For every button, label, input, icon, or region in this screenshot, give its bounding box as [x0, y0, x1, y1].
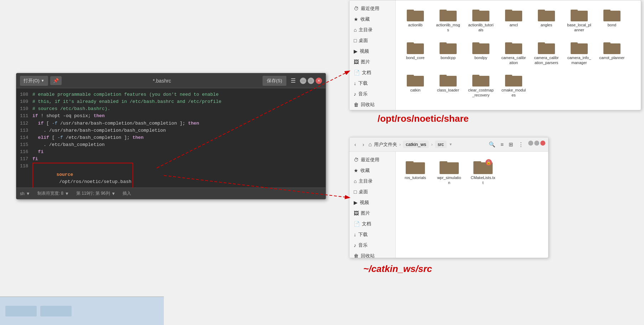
folder-catkin[interactable]: catkin [401, 71, 430, 99]
sidebar-music[interactable]: ♪ 音乐 [349, 89, 395, 99]
bottom-bar-item-2[interactable] [40, 306, 72, 316]
lang-status[interactable]: sh ▼ [20, 191, 30, 196]
sidebar-favorites[interactable]: ★ 收藏 [349, 14, 395, 25]
svg-rect-7 [505, 10, 512, 12]
bottom-sidebar-home[interactable]: ⌂ 主目录 [349, 176, 395, 187]
menu-button[interactable]: ☰ [289, 77, 298, 84]
svg-rect-21 [505, 42, 512, 45]
bottom-sidebar-docs[interactable]: 📄 文档 [349, 219, 395, 229]
bottom-bar [0, 297, 164, 325]
ros-path-label: /opt/ros/noetic/share [378, 113, 469, 124]
bottom-sidebar-recent[interactable]: ⏱ 最近使用 [349, 154, 395, 165]
code-line-109: 109 # this, if it's already enabled in /… [20, 98, 322, 105]
desktop-icon-2: □ [354, 189, 357, 195]
sidebar-video[interactable]: ▶ 视频 [349, 46, 395, 57]
sidebar-downloads[interactable]: ↓ 下载 [349, 78, 395, 89]
folder-amcl[interactable]: amcl [499, 6, 528, 34]
folder-actionlib-msgs[interactable]: actionlib_msgs [434, 6, 462, 34]
clock-icon: ⏱ [354, 6, 359, 11]
folder-bondpy[interactable]: bondpy [467, 38, 495, 67]
bottom-sidebar-trash[interactable]: 🗑 回收站 [349, 251, 395, 258]
code-editor[interactable]: 108 # enable programmable completion fea… [16, 88, 326, 188]
folder-base-local-planner[interactable]: base_local_planner [565, 6, 593, 34]
folder-bondcpp[interactable]: bondcpp [434, 38, 462, 67]
pin-button[interactable]: 📌 [50, 76, 62, 85]
svg-rect-9 [538, 10, 545, 12]
settings-button[interactable]: ⋮ [516, 141, 525, 148]
bottom-sidebar-desktop[interactable]: □ 桌面 [349, 187, 395, 197]
svg-rect-33 [472, 75, 479, 78]
folder-angles[interactable]: angles [532, 6, 561, 34]
bottom-bar-item-1[interactable] [5, 306, 37, 316]
docs-icon-2: 📄 [354, 221, 360, 227]
svg-rect-1 [407, 10, 414, 12]
window-controls: — □ ✕ [300, 78, 322, 84]
file-cmakelists[interactable]: 🔒 CMakeLists.txt [469, 157, 497, 187]
star-icon: ★ [354, 16, 358, 22]
svg-rect-15 [407, 42, 414, 45]
bottom-sidebar-favorites[interactable]: ★ 收藏 [349, 165, 395, 176]
sidebar-other[interactable]: + 其他位置 [349, 110, 395, 110]
folder-actionlib-tutorials[interactable]: actionlib_tutorials [467, 6, 495, 34]
tab-width-status[interactable]: 制表符宽度: 8 ▼ [37, 190, 69, 196]
folder-ros-tutorials[interactable]: ros_tutorials [401, 157, 430, 187]
code-line-108: 108 # enable programmable completion fea… [20, 91, 322, 98]
sidebar-recent[interactable]: ⏱ 最近使用 [349, 3, 395, 14]
code-line-113: 113 . /usr/share/bash-completion/bash_co… [20, 127, 322, 134]
folder-bond[interactable]: bond [598, 6, 626, 34]
bottom-sidebar-video[interactable]: ▶ 视频 [349, 197, 395, 208]
bottom-fm-body: ⏱ 最近使用 ★ 收藏 ⌂ 主目录 □ 桌面 ▶ 视频 🖼 图片 [349, 152, 548, 258]
search-button[interactable]: 🔍 [487, 141, 497, 148]
forward-button[interactable]: › [360, 141, 367, 148]
bottom-fm-header: ‹ › ⌂ 用户文件夹 › catkin_ws › src ▼ 🔍 ≡ ⊞ ⋮ [349, 137, 548, 152]
sidebar-pictures[interactable]: 🖼 图片 [349, 57, 395, 67]
sidebar-docs[interactable]: 📄 文档 [349, 67, 395, 78]
path-catkin[interactable]: catkin_ws [403, 141, 429, 148]
code-line-112: 112 if [ -f /usr/share/bash-completion/b… [20, 120, 322, 127]
svg-rect-25 [571, 42, 578, 45]
folder-camera-calibration[interactable]: camera_calibration [499, 38, 528, 67]
list-view-button[interactable]: ≡ [499, 141, 505, 148]
back-button[interactable]: ‹ [352, 141, 358, 148]
path-home[interactable]: 用户文件夹 [374, 141, 397, 148]
editor-window: 打开(O) ▼ 📌 *.bashrc 保存(S) ☰ — □ ✕ 108 # e… [16, 73, 326, 199]
bottom-sidebar-pictures[interactable]: 🖼 图片 [349, 208, 395, 219]
mode-status: 插入 [123, 190, 131, 196]
top-fm-main: actionlib actionlib_msgs actionlib_tutor… [396, 0, 641, 110]
catkin-path-label: ~/catkin_ws/src [363, 263, 432, 274]
folder-camera-calibration-parsers[interactable]: camera_calibration_parsers [532, 38, 561, 67]
folder-camera-info-manager[interactable]: camera_info_manager [565, 38, 593, 67]
bottom-sidebar-downloads[interactable]: ↓ 下载 [349, 229, 395, 240]
folder-class-loader[interactable]: class_loader [434, 71, 462, 99]
bottom-minimize-button[interactable] [528, 141, 533, 146]
folder-cmake-modules[interactable]: cmake_modules [499, 71, 528, 99]
folder-wpr-simulation[interactable]: wpr_simulation [435, 157, 463, 187]
close-button[interactable]: ✕ [316, 78, 322, 84]
folder-bond-core[interactable]: bond_core [401, 38, 430, 67]
code-line-118: 118 source /opt/ros/noetic/setup.bash [20, 163, 322, 188]
file-manager-bottom: ‹ › ⌂ 用户文件夹 › catkin_ws › src ▼ 🔍 ≡ ⊞ ⋮ … [349, 137, 549, 258]
download-icon: ↓ [354, 80, 356, 86]
sidebar-desktop[interactable]: □ 桌面 [349, 35, 395, 46]
grid-view-button[interactable]: ⊞ [507, 141, 515, 148]
editor-title: *.bashrc [64, 78, 260, 84]
folder-clear-costmap-recovery[interactable]: clear_costmap_recovery [467, 71, 495, 99]
save-button[interactable]: 保存(S) [263, 76, 286, 86]
minimize-button[interactable]: — [300, 78, 306, 84]
folder-carrot-planner[interactable]: carrot_planner [598, 38, 626, 67]
sidebar-home[interactable]: ⌂ 主目录 [349, 25, 395, 35]
svg-rect-17 [440, 42, 447, 45]
folder-actionlib[interactable]: actionlib [401, 6, 430, 34]
open-button[interactable]: 打开(O) ▼ [20, 76, 48, 86]
maximize-button[interactable]: □ [308, 78, 314, 84]
picture-icon: 🖼 [354, 59, 359, 65]
editor-titlebar: 打开(O) ▼ 📌 *.bashrc 保存(S) ☰ — □ ✕ [16, 73, 326, 88]
bottom-maximize-button[interactable] [534, 141, 539, 146]
path-src[interactable]: src [435, 141, 447, 148]
code-line-111: 111 if ! shopt -oq posix; then [20, 112, 322, 120]
home-icon-path: ⌂ [368, 141, 372, 148]
bottom-close-button[interactable] [540, 141, 545, 146]
home-icon-2: ⌂ [354, 178, 357, 184]
sidebar-trash[interactable]: 🗑 回收站 [349, 99, 395, 110]
bottom-sidebar-music[interactable]: ♪ 音乐 [349, 240, 395, 251]
